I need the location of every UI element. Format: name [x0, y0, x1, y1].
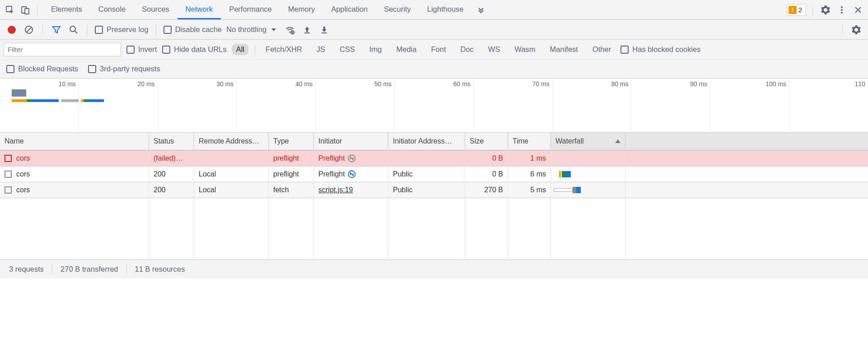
type-chip-all[interactable]: All — [232, 44, 248, 55]
timeline-overview[interactable]: 10 ms20 ms30 ms40 ms50 ms60 ms70 ms80 ms… — [0, 79, 868, 133]
sort-asc-icon — [615, 139, 621, 143]
cell-remote-address — [194, 151, 269, 166]
type-chip-ws[interactable]: WS — [484, 44, 504, 55]
table-row[interactable]: cors(failed)…preflightPreflight0 B1 ms — [0, 151, 868, 167]
filter-toggle-icon[interactable] — [50, 23, 63, 36]
col-size[interactable]: Size — [465, 133, 508, 150]
cell-remote-address: Local — [194, 182, 269, 198]
filter-bar-2: Blocked Requests 3rd-party requests — [0, 60, 868, 79]
devtools-top-bar: ElementsConsoleSourcesNetworkPerformance… — [0, 0, 868, 20]
throttling-value: No throttling — [226, 25, 266, 34]
col-name[interactable]: Name — [0, 133, 149, 150]
table-row[interactable]: cors200Localfetchscript.js:19Public270 B… — [0, 182, 868, 198]
tab-elements[interactable]: Elements — [43, 0, 90, 19]
panel-tabs: ElementsConsoleSourcesNetworkPerformance… — [43, 0, 472, 19]
cell-waterfall — [551, 182, 625, 198]
type-chip-js[interactable]: JS — [313, 44, 329, 55]
throttling-select[interactable]: No throttling — [226, 25, 279, 34]
dropdown-icon — [271, 27, 276, 32]
record-button[interactable] — [5, 23, 18, 36]
overview-selection[interactable] — [12, 89, 26, 97]
cell-remote-address: Local — [194, 167, 269, 182]
cell-waterfall-tail — [625, 167, 868, 182]
type-chip-fetch-xhr[interactable]: Fetch/XHR — [261, 44, 306, 55]
type-chip-wasm[interactable]: Wasm — [510, 44, 539, 55]
preserve-log-label: Preserve log — [107, 25, 149, 34]
svg-point-7 — [70, 26, 75, 32]
type-chip-media[interactable]: Media — [392, 44, 421, 55]
cell-waterfall — [551, 167, 625, 182]
separator — [126, 264, 127, 274]
cell-waterfall-tail — [625, 182, 868, 198]
kebab-menu-icon[interactable] — [835, 4, 848, 16]
cell-size: 0 B — [465, 167, 508, 182]
tab-application[interactable]: Application — [323, 0, 376, 19]
status-requests: 3 requests — [9, 265, 44, 273]
cell-time: 6 ms — [508, 167, 551, 182]
settings-gear-icon[interactable] — [819, 4, 832, 16]
issues-badge[interactable]: ! 2 — [786, 4, 806, 16]
more-tabs-icon[interactable] — [475, 4, 487, 16]
tab-lighthouse[interactable]: Lighthouse — [419, 0, 472, 19]
type-chip-other[interactable]: Other — [588, 44, 615, 55]
inspect-element-icon[interactable] — [4, 4, 16, 16]
network-conditions-icon[interactable] — [284, 23, 296, 36]
preflight-arrows-icon — [348, 154, 356, 162]
clear-button[interactable] — [23, 23, 35, 36]
network-settings-gear-icon[interactable] — [850, 23, 863, 36]
tab-performance[interactable]: Performance — [221, 0, 280, 19]
download-har-icon[interactable] — [318, 23, 331, 36]
cell-size: 270 B — [465, 182, 508, 198]
cell-waterfall-tail — [625, 151, 868, 166]
tab-security[interactable]: Security — [376, 0, 419, 19]
upload-har-icon[interactable] — [301, 23, 313, 36]
hide-data-urls-label: Hide data URLs — [174, 45, 226, 54]
third-party-checkbox[interactable]: 3rd-party requests — [88, 65, 160, 73]
file-icon — [5, 171, 12, 178]
overview-tick: 110 — [789, 79, 868, 132]
device-toggle-icon[interactable] — [19, 4, 32, 16]
invert-checkbox[interactable]: Invert — [126, 45, 157, 54]
overview-tick: 30 ms — [158, 79, 237, 132]
cell-time: 1 ms — [508, 151, 551, 166]
close-devtools-icon[interactable] — [852, 4, 864, 16]
col-initiator[interactable]: Initiator — [314, 133, 388, 150]
col-initiator-address[interactable]: Initiator Address… — [388, 133, 465, 150]
table-row[interactable]: cors200LocalpreflightPreflightPublic0 B6… — [0, 167, 868, 182]
cell-initiator: Preflight — [314, 151, 388, 166]
col-type[interactable]: Type — [269, 133, 314, 150]
invert-label: Invert — [138, 45, 157, 54]
type-filter-chips: AllFetch/XHRJSCSSImgMediaFontDocWSWasmMa… — [232, 44, 615, 55]
cell-initiator[interactable]: script.js:19 — [314, 182, 388, 198]
cell-waterfall — [551, 151, 625, 166]
col-status[interactable]: Status — [149, 133, 194, 150]
type-chip-doc[interactable]: Doc — [457, 44, 478, 55]
search-icon[interactable] — [67, 23, 80, 36]
blocked-requests-checkbox[interactable]: Blocked Requests — [6, 65, 78, 73]
request-table-body: cors(failed)…preflightPreflight0 B1 msco… — [0, 151, 868, 198]
filter-input[interactable] — [4, 43, 121, 56]
separator — [37, 5, 37, 15]
cell-status: 200 — [149, 182, 194, 198]
has-blocked-cookies-checkbox[interactable]: Has blocked cookies — [621, 45, 700, 54]
col-waterfall-tail[interactable] — [625, 133, 868, 150]
overview-tick: 100 ms — [710, 79, 789, 132]
col-waterfall[interactable]: Waterfall — [551, 133, 625, 150]
col-remote-address[interactable]: Remote Address… — [194, 133, 269, 150]
tab-memory[interactable]: Memory — [280, 0, 323, 19]
cell-type: preflight — [269, 167, 314, 182]
disable-cache-checkbox[interactable]: Disable cache — [163, 25, 222, 34]
tab-console[interactable]: Console — [90, 0, 134, 19]
svg-rect-11 — [322, 32, 327, 33]
tab-network[interactable]: Network — [177, 0, 221, 19]
preserve-log-checkbox[interactable]: Preserve log — [95, 25, 149, 34]
col-time[interactable]: Time — [508, 133, 551, 150]
type-chip-img[interactable]: Img — [365, 44, 386, 55]
type-chip-font[interactable]: Font — [427, 44, 450, 55]
hide-data-urls-checkbox[interactable]: Hide data URLs — [162, 45, 226, 54]
type-chip-manifest[interactable]: Manifest — [546, 44, 582, 55]
type-chip-css[interactable]: CSS — [336, 44, 359, 55]
preflight-arrows-icon — [348, 170, 356, 178]
tab-sources[interactable]: Sources — [134, 0, 177, 19]
file-icon — [5, 186, 12, 194]
